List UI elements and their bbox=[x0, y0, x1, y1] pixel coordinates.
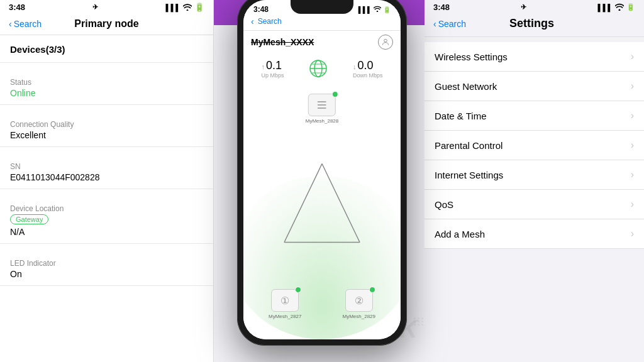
right-time: 3:48 bbox=[433, 3, 450, 12]
mesh-node-bottom-left: ① MyMesh_2827 bbox=[269, 289, 301, 319]
node-status-dot-bottom-right bbox=[369, 287, 375, 293]
settings-item-qos[interactable]: QoS › bbox=[425, 190, 644, 219]
node-box-bottom-left: ① bbox=[271, 289, 299, 312]
qos-label: QoS bbox=[435, 199, 453, 210]
settings-item-parental-control[interactable]: Parental Control › bbox=[425, 131, 644, 160]
internet-settings-chevron-icon: › bbox=[631, 169, 634, 180]
left-nav-bar: ‹ Search Primary node bbox=[0, 14, 213, 35]
svg-line-7 bbox=[322, 164, 360, 243]
devices-section: Devices(3/3) bbox=[0, 35, 213, 63]
guest-network-label: Guest Network bbox=[435, 81, 497, 92]
left-panel: 3:48 ✈ ▌▌▌ 🔋 ‹ Search Primary node Devic… bbox=[0, 0, 214, 362]
settings-item-date-time[interactable]: Date & Time › bbox=[425, 101, 644, 131]
mesh-node-bottom-right: ② MyMesh_2829 bbox=[343, 289, 375, 319]
watermark-dots bbox=[414, 317, 424, 326]
sn-label: SN bbox=[10, 162, 203, 171]
device-location-label: Device Location bbox=[10, 204, 203, 213]
phone-status-icons: ▌▌▌ 🔋 bbox=[358, 6, 391, 13]
settings-item-add-mesh[interactable]: Add a Mesh › bbox=[425, 219, 644, 249]
left-time: 3:48 bbox=[9, 3, 25, 12]
down-label: Down Mbps bbox=[353, 72, 383, 79]
left-back-button[interactable]: ‹ Search bbox=[9, 19, 42, 29]
up-value: 0.1 bbox=[266, 59, 282, 72]
node-label-bottom-right: MyMesh_2829 bbox=[343, 314, 375, 319]
right-nav-title: Settings bbox=[509, 17, 554, 30]
connection-quality-value: Excellent bbox=[10, 130, 203, 140]
node-status-dot-top bbox=[332, 91, 338, 97]
connection-quality-section: Connection Quality Excellent bbox=[0, 105, 213, 147]
right-back-button[interactable]: ‹ Search bbox=[433, 19, 466, 29]
left-status-icons: ▌▌▌ 🔋 bbox=[166, 3, 204, 12]
left-nav-title: Primary node bbox=[74, 18, 138, 30]
node-box-top bbox=[308, 94, 336, 116]
date-time-label: Date & Time bbox=[435, 111, 487, 121]
wireless-settings-label: Wireless Settings bbox=[435, 52, 508, 62]
left-battery-icon: 🔋 bbox=[194, 3, 204, 12]
settings-item-internet-settings[interactable]: Internet Settings › bbox=[425, 160, 644, 190]
phone-back-label: Search bbox=[258, 17, 282, 26]
internet-settings-label: Internet Settings bbox=[435, 170, 503, 180]
right-battery-icon: 🔋 bbox=[626, 3, 635, 11]
device-location-value: N/A bbox=[10, 227, 203, 237]
status-label: Status bbox=[10, 78, 203, 87]
left-location-icon: ✈ bbox=[92, 3, 98, 11]
phone-notch bbox=[291, 0, 353, 14]
add-mesh-label: Add a Mesh bbox=[435, 229, 485, 239]
right-back-label: Search bbox=[438, 19, 466, 29]
settings-item-wireless-settings[interactable]: Wireless Settings › bbox=[425, 42, 644, 72]
down-value: 0.0 bbox=[358, 59, 374, 72]
left-wifi-icon bbox=[183, 3, 192, 12]
add-mesh-chevron-icon: › bbox=[631, 228, 634, 239]
up-label: Up Mbps bbox=[261, 72, 284, 79]
right-location-icon: ✈ bbox=[521, 3, 526, 11]
download-stat: ↓ 0.0 Down Mbps bbox=[353, 59, 383, 79]
svg-point-0 bbox=[384, 39, 387, 42]
phone-screen: 3:48 ▌▌▌ 🔋 ‹ Search MyMesh_XXXX bbox=[243, 0, 401, 339]
phone-mesh-area: MyMesh_2828 ① MyMesh_2827 ② MyMe bbox=[243, 82, 401, 339]
globe-icon bbox=[307, 57, 330, 80]
left-back-chevron-icon: ‹ bbox=[9, 19, 12, 29]
date-time-chevron-icon: › bbox=[631, 110, 634, 121]
upload-stat: ↑ 0.1 Up Mbps bbox=[261, 59, 284, 79]
phone-stats: ↑ 0.1 Up Mbps ↓ bbox=[243, 52, 401, 82]
phone-back-arrow-icon: ‹ bbox=[251, 16, 254, 26]
left-content: Devices(3/3) Status Online Connection Qu… bbox=[0, 35, 213, 362]
settings-list: Wireless Settings › Guest Network › Date… bbox=[425, 37, 644, 362]
phone-status-bar: 3:48 ▌▌▌ 🔋 bbox=[243, 0, 401, 15]
mesh-node-top: MyMesh_2828 bbox=[306, 94, 338, 124]
devices-label: Devices(3/3) bbox=[10, 44, 203, 55]
phone-device: 3:48 ▌▌▌ 🔋 ‹ Search MyMesh_XXXX bbox=[237, 0, 407, 346]
parental-control-label: Parental Control bbox=[435, 140, 502, 151]
led-indicator-label: LED Indicator bbox=[10, 259, 203, 268]
right-status-icons: ▌▌▌ 🔋 bbox=[598, 3, 635, 12]
right-signal-icon: ▌▌▌ bbox=[598, 4, 613, 11]
sn-value: E0411013044F002828 bbox=[10, 172, 203, 182]
down-arrow-icon: ↓ bbox=[353, 63, 357, 70]
settings-item-guest-network[interactable]: Guest Network › bbox=[425, 72, 644, 101]
avatar-icon[interactable] bbox=[378, 35, 393, 50]
phone-battery-icon: 🔋 bbox=[383, 6, 391, 13]
right-wifi-icon bbox=[615, 3, 624, 12]
right-back-chevron-icon: ‹ bbox=[433, 19, 436, 29]
led-indicator-value: On bbox=[10, 269, 203, 279]
node-label-bottom-left: MyMesh_2827 bbox=[269, 314, 301, 319]
svg-line-6 bbox=[284, 164, 322, 243]
device-location-section: Device Location Gateway N/A bbox=[0, 189, 213, 244]
node-status-dot-bottom-left bbox=[295, 287, 301, 293]
right-panel: 3:48 ✈ ▌▌▌ 🔋 ‹ Search Settings Wireless … bbox=[425, 0, 644, 362]
connection-quality-label: Connection Quality bbox=[10, 120, 203, 129]
guest-network-chevron-icon: › bbox=[631, 80, 634, 92]
network-name: MyMesh_XXXX bbox=[251, 37, 314, 47]
right-nav-bar: ‹ Search Settings bbox=[425, 14, 644, 37]
phone-time: 3:48 bbox=[253, 5, 269, 14]
left-back-label: Search bbox=[14, 19, 42, 29]
phone-nav-bar: ‹ Search bbox=[243, 15, 401, 31]
wireless-settings-chevron-icon: › bbox=[631, 51, 634, 62]
left-status-bar: 3:48 ✈ ▌▌▌ 🔋 bbox=[0, 0, 213, 14]
node-label-top: MyMesh_2828 bbox=[306, 118, 338, 124]
phone-signal-icon: ▌▌▌ bbox=[358, 6, 372, 13]
parental-control-chevron-icon: › bbox=[631, 140, 634, 151]
led-indicator-section: LED Indicator On bbox=[0, 244, 213, 286]
phone-wifi-icon bbox=[374, 6, 381, 13]
phone-header: MyMesh_XXXX bbox=[243, 31, 401, 52]
